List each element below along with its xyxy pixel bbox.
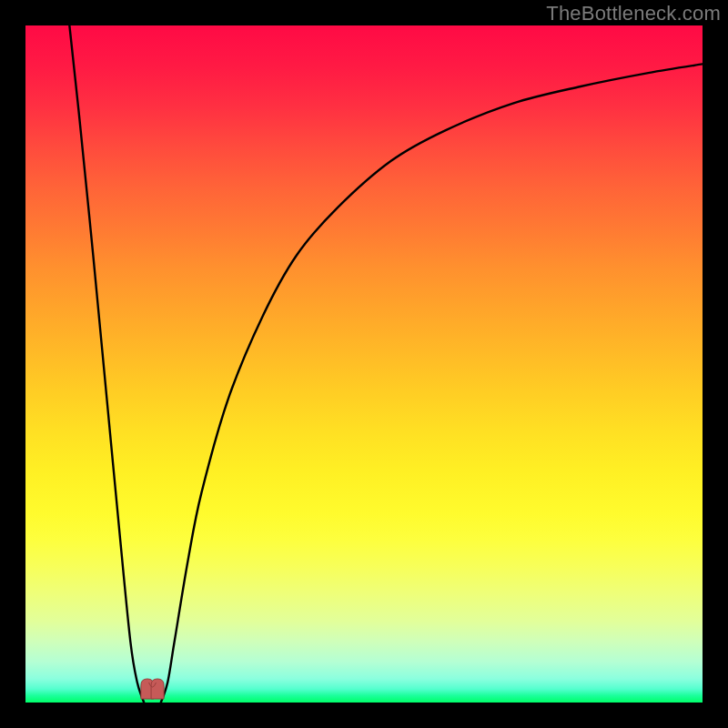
- chart-frame: TheBottleneck.com: [0, 0, 728, 728]
- chart-plot-area: [25, 25, 703, 703]
- chart-svg: [25, 25, 703, 703]
- curve-left-branch: [69, 25, 144, 703]
- valley-marker-icon: [141, 679, 164, 699]
- watermark-text: TheBottleneck.com: [546, 2, 721, 25]
- curve-right-branch: [161, 64, 703, 703]
